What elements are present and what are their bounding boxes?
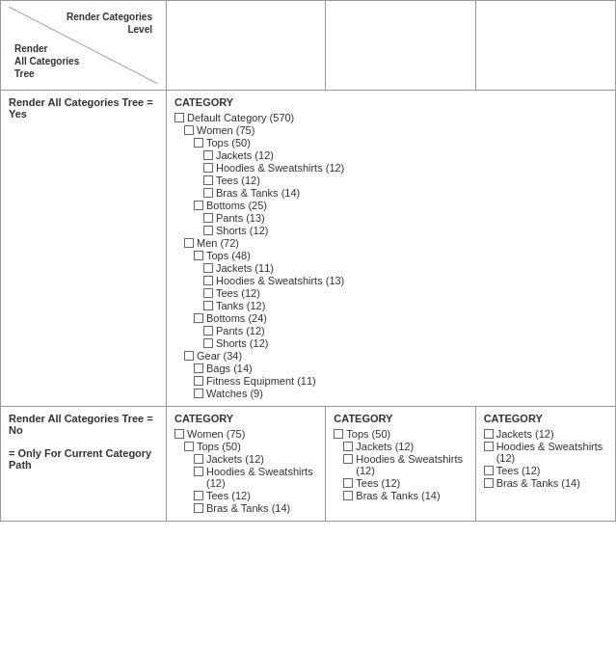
list-item: Tanks (12) xyxy=(174,300,607,311)
list-item: Tops (48) xyxy=(174,250,607,261)
list-item: Bottoms (25) xyxy=(174,200,607,211)
category-label: Pants (13) xyxy=(216,212,265,224)
row-no: Render All Categories Tree = No = Only F… xyxy=(1,407,616,522)
checkbox-icon xyxy=(484,466,494,475)
checkbox-icon xyxy=(194,454,203,464)
category-label: Fitness Equipment (11) xyxy=(206,375,316,387)
checkbox-icon xyxy=(203,213,213,223)
category-label: Men (72) xyxy=(197,237,239,249)
list-item: Tees (12) xyxy=(174,175,607,186)
checkbox-icon xyxy=(194,467,203,476)
category-label: Tops (50) xyxy=(346,428,390,440)
list-item: Hoodies & Sweatshirts (12) xyxy=(174,162,607,174)
category-label: Hoodies & Sweatshirts (13) xyxy=(216,275,344,286)
checkbox-icon xyxy=(203,263,213,273)
header-current-level xyxy=(326,1,475,91)
row-no-label: Render All Categories Tree = No = Only F… xyxy=(1,407,167,522)
list-item: Hoodies & Sweatshirts (12) xyxy=(174,466,317,489)
category-label: Shorts (12) xyxy=(216,337,268,349)
category-label: Jackets (12) xyxy=(206,453,264,465)
category-label: Tops (50) xyxy=(206,137,251,148)
category-label: Jackets (12) xyxy=(356,441,414,452)
list-item: Women (75) xyxy=(174,428,317,440)
category-label: Gear (34) xyxy=(197,350,242,362)
checkbox-icon xyxy=(203,338,213,348)
list-item: Bras & Tanks (14) xyxy=(174,187,607,199)
checkbox-icon xyxy=(203,301,213,310)
category-label: Pants (12) xyxy=(216,325,265,336)
checkbox-icon xyxy=(484,478,494,488)
list-item: Watches (9) xyxy=(174,388,607,399)
list-item: Jackets (12) xyxy=(334,441,467,452)
row-yes-category: CATEGORYDefault Category (570)Women (75)… xyxy=(167,91,616,407)
list-item: Tees (12) xyxy=(334,477,467,489)
checkbox-icon xyxy=(184,238,194,248)
diagonal-bottom-label: RenderAll Categories Tree xyxy=(14,42,101,80)
category-label: Jackets (12) xyxy=(496,428,554,440)
list-item: Jackets (12) xyxy=(484,428,607,440)
category-label: Shorts (12) xyxy=(216,225,268,236)
checkbox-icon xyxy=(194,503,203,513)
category-label: Bras & Tanks (14) xyxy=(356,490,440,501)
list-item: Tops (50) xyxy=(334,428,467,440)
category-label: Women (75) xyxy=(197,124,254,136)
row-no-current-level: CATEGORYTops (50)Jackets (12)Hoodies & S… xyxy=(326,407,475,522)
checkbox-icon xyxy=(194,389,203,398)
row-no-current-children: CATEGORYJackets (12)Hoodies & Sweatshirt… xyxy=(475,407,615,522)
checkbox-icon xyxy=(194,363,203,373)
list-item: Women (75) xyxy=(174,124,607,136)
checkbox-icon xyxy=(174,113,184,122)
list-item: Bras & Tanks (14) xyxy=(334,490,467,501)
category-label: Hoodies & Sweatshirts (12) xyxy=(216,162,344,174)
category-label: Hoodies & Sweatshirts (12) xyxy=(496,441,607,464)
checkbox-icon xyxy=(343,491,353,500)
list-item: Pants (12) xyxy=(174,325,607,336)
category-label: Women (75) xyxy=(187,428,245,440)
category-label: Tees (12) xyxy=(356,477,400,489)
row-no-root-category: CATEGORYWomen (75)Tops (50)Jackets (12)H… xyxy=(167,407,326,522)
category-label: Bottoms (24) xyxy=(206,312,267,324)
category-label: Default Category (570) xyxy=(187,112,294,123)
diagonal-top-label: Render Categories Level xyxy=(66,11,152,36)
row-yes-label: Render All Categories Tree = Yes xyxy=(1,91,167,407)
category-label: Bras & Tanks (14) xyxy=(496,477,580,489)
header-current-children xyxy=(475,1,615,91)
list-item: Shorts (12) xyxy=(174,337,607,349)
list-item: Jackets (12) xyxy=(174,149,607,161)
checkbox-icon xyxy=(484,429,494,439)
checkbox-icon xyxy=(194,201,203,210)
checkbox-icon xyxy=(184,125,194,135)
category-label: Tops (50) xyxy=(197,441,241,452)
list-item: Tops (50) xyxy=(174,441,317,452)
checkbox-icon xyxy=(203,188,213,198)
checkbox-icon xyxy=(194,251,203,260)
header-diagonal: Render Categories Level RenderAll Catego… xyxy=(1,1,167,91)
checkbox-icon xyxy=(203,276,213,285)
list-item: Jackets (11) xyxy=(174,262,607,274)
list-item: Default Category (570) xyxy=(174,112,607,123)
checkbox-icon xyxy=(203,226,213,235)
checkbox-icon xyxy=(343,454,353,464)
checkbox-icon xyxy=(203,175,213,185)
comparison-table: Render Categories Level RenderAll Catego… xyxy=(0,0,616,522)
checkbox-icon xyxy=(194,138,203,148)
row-yes: Render All Categories Tree = YesCATEGORY… xyxy=(1,91,616,407)
header-row: Render Categories Level RenderAll Catego… xyxy=(1,1,616,91)
checkbox-icon xyxy=(194,376,203,386)
checkbox-icon xyxy=(194,491,203,500)
checkbox-icon xyxy=(343,442,353,451)
list-item: Fitness Equipment (11) xyxy=(174,375,607,387)
checkbox-icon xyxy=(203,326,213,336)
checkbox-icon xyxy=(343,478,353,488)
checkbox-icon xyxy=(194,313,203,323)
header-root-category xyxy=(167,1,326,91)
category-label: Tees (12) xyxy=(216,175,260,186)
category-label: Hoodies & Sweatshirts (12) xyxy=(206,466,317,489)
list-item: Jackets (12) xyxy=(174,453,317,465)
category-label: Tees (12) xyxy=(496,465,541,476)
category-label: Hoodies & Sweatshirts (12) xyxy=(356,453,467,476)
list-item: Tops (50) xyxy=(174,137,607,148)
list-item: Tees (12) xyxy=(174,287,607,299)
list-item: Men (72) xyxy=(174,237,607,249)
category-label: Watches (9) xyxy=(206,388,263,399)
